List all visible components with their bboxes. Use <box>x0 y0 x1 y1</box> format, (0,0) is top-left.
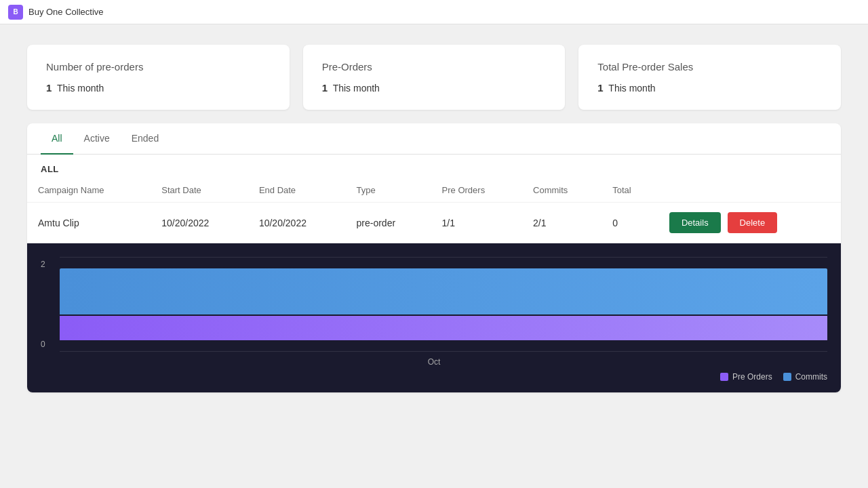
table-section: All Active Ended ALL Campaign Name Start… <box>27 123 841 392</box>
col-end-date: End Date <box>248 178 346 203</box>
stat-title-0: Number of pre-orders <box>46 61 271 73</box>
stat-card-preorders: Pre-Orders 1 This month <box>303 45 566 110</box>
section-label: ALL <box>27 155 841 178</box>
tab-active[interactable]: Active <box>73 123 121 155</box>
table-row: Amtu Clip 10/20/2022 10/20/2022 pre-orde… <box>27 203 841 243</box>
y-label-0: 0 <box>41 340 54 349</box>
title-bar: B Buy One Collective <box>0 0 868 24</box>
tabs: All Active Ended <box>27 123 841 155</box>
col-commits: Commits <box>522 178 601 203</box>
bar-commits <box>60 268 827 314</box>
stat-value-0: 1 This month <box>46 82 271 94</box>
cell-start-date: 10/20/2022 <box>151 203 248 243</box>
y-axis: 2 0 <box>41 257 60 352</box>
stats-row: Number of pre-orders 1 This month Pre-Or… <box>27 45 841 110</box>
stat-card-sales: Total Pre-order Sales 1 This month <box>578 45 841 110</box>
app-title: Buy One Collective <box>28 7 104 17</box>
stat-value-1: 1 This month <box>322 82 547 94</box>
cell-campaign-name: Amtu Clip <box>27 203 151 243</box>
legend-commits: Commits <box>783 372 827 382</box>
stat-title-1: Pre-Orders <box>322 61 547 73</box>
bars-area <box>60 257 827 352</box>
col-type: Type <box>346 178 431 203</box>
cell-actions: Details Delete <box>658 203 841 243</box>
bar-preorders <box>60 316 827 340</box>
legend-label-preorders: Pre Orders <box>732 372 772 382</box>
legend-label-commits: Commits <box>795 372 827 382</box>
stat-value-2: 1 This month <box>597 82 822 94</box>
chart-container: 2 0 Oct Pre Orders <box>27 243 841 392</box>
y-label-2: 2 <box>41 260 54 269</box>
grid-line-bottom <box>60 351 827 352</box>
col-actions <box>658 178 841 203</box>
tab-ended[interactable]: Ended <box>121 123 170 155</box>
x-axis-label: Oct <box>41 357 827 367</box>
cell-commits: 2/1 <box>522 203 601 243</box>
col-campaign-name: Campaign Name <box>27 178 151 203</box>
cell-type: pre-order <box>346 203 431 243</box>
cell-total: 0 <box>601 203 658 243</box>
stat-card-preorders-count: Number of pre-orders 1 This month <box>27 45 290 110</box>
legend-dot-commits <box>783 373 791 381</box>
tab-all[interactable]: All <box>41 123 73 155</box>
grid-line-top <box>60 257 827 258</box>
legend-dot-preorders <box>720 373 728 381</box>
main-content: Number of pre-orders 1 This month Pre-Or… <box>0 24 868 488</box>
col-start-date: Start Date <box>151 178 248 203</box>
stat-title-2: Total Pre-order Sales <box>597 61 822 73</box>
col-pre-orders: Pre Orders <box>431 178 522 203</box>
legend-preorders: Pre Orders <box>720 372 772 382</box>
cell-pre-orders: 1/1 <box>431 203 522 243</box>
details-button[interactable]: Details <box>669 212 721 233</box>
campaigns-table: Campaign Name Start Date End Date Type P… <box>27 178 841 243</box>
delete-button[interactable]: Delete <box>728 212 778 233</box>
col-total: Total <box>601 178 658 203</box>
cell-end-date: 10/20/2022 <box>248 203 346 243</box>
table-header-row: Campaign Name Start Date End Date Type P… <box>27 178 841 203</box>
chart-legend: Pre Orders Commits <box>41 372 827 382</box>
app-logo: B <box>8 5 23 20</box>
